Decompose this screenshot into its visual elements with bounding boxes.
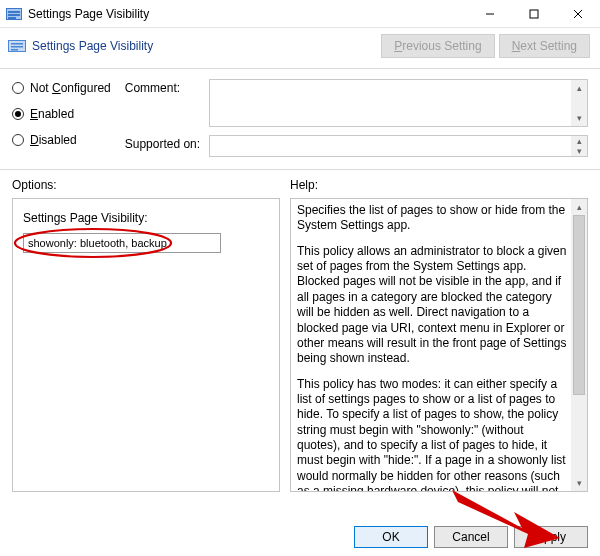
scroll-up-icon[interactable]: ▴	[571, 136, 587, 146]
scroll-up-icon[interactable]: ▴	[571, 199, 587, 215]
supported-on-label: Supported on:	[125, 135, 203, 157]
scroll-down-icon[interactable]: ▾	[571, 146, 587, 156]
radio-not-configured[interactable]: Not Configured	[12, 81, 111, 95]
previous-setting-button[interactable]: Previous Setting	[381, 34, 494, 58]
help-label: Help:	[290, 178, 588, 192]
help-text: Specifies the list of pages to show or h…	[297, 203, 569, 492]
comment-scrollbar[interactable]: ▴ ▾	[571, 80, 587, 126]
apply-button[interactable]: Apply	[514, 526, 588, 548]
scroll-down-icon[interactable]: ▾	[571, 475, 587, 491]
radio-enabled[interactable]: Enabled	[12, 107, 111, 121]
title-bar: Settings Page Visibility	[0, 0, 600, 28]
header-row: Settings Page Visibility Previous Settin…	[0, 28, 600, 69]
svg-rect-4	[8, 17, 16, 19]
help-box: Specifies the list of pages to show or h…	[290, 198, 588, 492]
scroll-up-icon[interactable]: ▴	[571, 80, 587, 96]
svg-rect-3	[8, 14, 20, 16]
scroll-down-icon[interactable]: ▾	[571, 110, 587, 126]
svg-rect-2	[8, 11, 20, 13]
app-icon	[6, 6, 22, 22]
dialog-footer: OK Cancel Apply	[354, 526, 588, 548]
close-button[interactable]	[556, 0, 600, 28]
svg-rect-11	[11, 43, 23, 45]
next-setting-button[interactable]: Next Setting	[499, 34, 590, 58]
supported-on-textbox: ▴ ▾	[209, 135, 588, 157]
radio-disabled[interactable]: Disabled	[12, 133, 111, 147]
config-section: Not Configured Enabled Disabled Comment:…	[0, 69, 600, 170]
help-scrollbar[interactable]: ▴ ▾	[571, 199, 587, 491]
maximize-button[interactable]	[512, 0, 556, 28]
policy-icon	[8, 37, 26, 55]
options-label: Options:	[12, 178, 280, 192]
options-box: Settings Page Visibility: showonly: blue…	[12, 198, 280, 492]
ok-button[interactable]: OK	[354, 526, 428, 548]
supported-scrollbar[interactable]: ▴ ▾	[571, 136, 587, 156]
lower-panel: Options: Settings Page Visibility: showo…	[0, 170, 600, 492]
policy-title: Settings Page Visibility	[32, 39, 153, 53]
comment-label: Comment:	[125, 79, 203, 127]
svg-rect-12	[11, 46, 23, 48]
cancel-button[interactable]: Cancel	[434, 526, 508, 548]
svg-rect-6	[530, 10, 538, 18]
window-title: Settings Page Visibility	[28, 7, 149, 21]
svg-rect-13	[11, 49, 18, 51]
visibility-input[interactable]: showonly: bluetooth, backup	[23, 233, 221, 253]
comment-textbox[interactable]: ▴ ▾	[209, 79, 588, 127]
minimize-button[interactable]	[468, 0, 512, 28]
options-heading: Settings Page Visibility:	[23, 211, 269, 225]
scroll-thumb[interactable]	[573, 215, 585, 395]
